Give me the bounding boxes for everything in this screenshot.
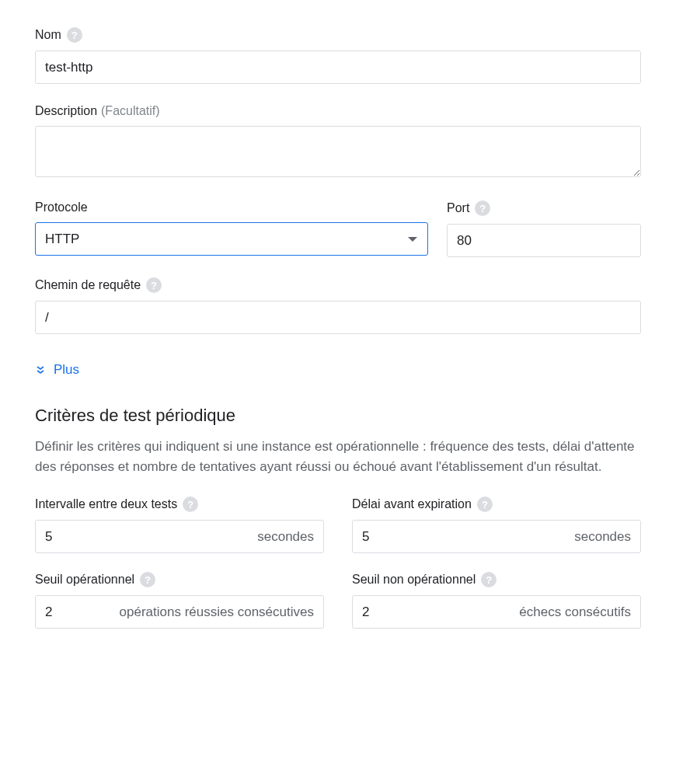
timeout-field[interactable]: secondes	[352, 520, 641, 553]
help-icon[interactable]: ?	[146, 277, 162, 293]
help-icon[interactable]: ?	[475, 200, 490, 216]
expand-label: Plus	[54, 362, 79, 378]
timeout-input[interactable]	[362, 529, 393, 545]
help-icon[interactable]: ?	[477, 497, 493, 512]
timeout-suffix: secondes	[574, 529, 631, 545]
description-label: Description	[35, 104, 97, 118]
healthy-threshold-suffix: opérations réussies consécutives	[120, 605, 314, 620]
healthy-threshold-input[interactable]	[45, 605, 76, 620]
check-interval-field[interactable]: secondes	[35, 520, 324, 553]
port-input[interactable]	[447, 224, 641, 257]
unhealthy-threshold-field[interactable]: échecs consécutifs	[352, 595, 641, 629]
request-path-label: Chemin de requête	[35, 278, 141, 292]
name-label: Nom	[35, 28, 61, 42]
criteria-section-title: Critères de test périodique	[35, 406, 641, 426]
help-icon[interactable]: ?	[67, 27, 82, 43]
help-icon[interactable]: ?	[140, 572, 155, 587]
check-interval-suffix: secondes	[257, 529, 314, 545]
request-path-input[interactable]	[35, 301, 641, 334]
expand-icon	[35, 364, 46, 375]
protocol-select[interactable]: HTTP	[35, 222, 428, 256]
port-label: Port	[447, 201, 469, 215]
protocol-label: Protocole	[35, 200, 88, 214]
unhealthy-threshold-input[interactable]	[362, 605, 393, 620]
help-icon[interactable]: ?	[481, 572, 497, 587]
help-icon[interactable]: ?	[183, 497, 198, 512]
description-input[interactable]	[35, 126, 641, 177]
unhealthy-threshold-suffix: échecs consécutifs	[519, 605, 631, 620]
healthy-threshold-label: Seuil opérationnel	[35, 573, 134, 587]
healthy-threshold-field[interactable]: opérations réussies consécutives	[35, 595, 324, 629]
description-optional: (Facultatif)	[101, 104, 160, 118]
timeout-label: Délai avant expiration	[352, 497, 472, 511]
criteria-section-desc: Définir les critères qui indiquent si un…	[35, 437, 641, 476]
unhealthy-threshold-label: Seuil non opérationnel	[352, 573, 476, 587]
check-interval-label: Intervalle entre deux tests	[35, 497, 177, 511]
expand-toggle[interactable]: Plus	[35, 362, 79, 378]
name-input[interactable]	[35, 51, 641, 84]
check-interval-input[interactable]	[45, 529, 76, 545]
